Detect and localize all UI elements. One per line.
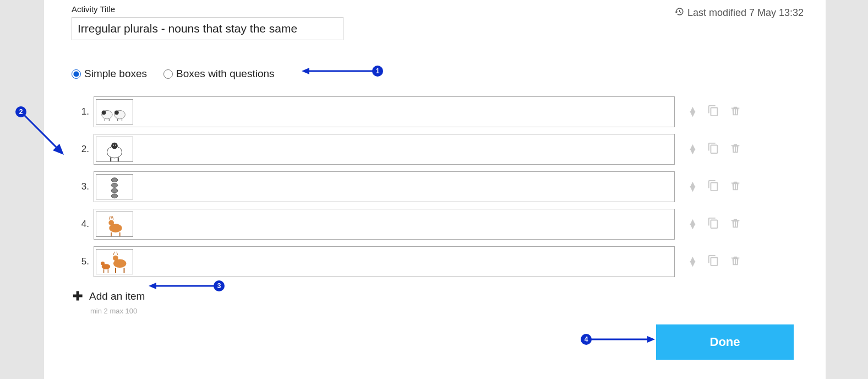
radio-simple-boxes-label: Simple boxes [84, 68, 147, 80]
delete-icon[interactable] [729, 180, 741, 194]
item-number: 5. [72, 256, 89, 267]
add-item-label: Add an item [89, 290, 145, 302]
sort-handle[interactable]: ▲▼ [688, 145, 697, 153]
radio-boxes-with-questions-label: Boxes with questions [176, 68, 275, 80]
item-thumbnail[interactable] [96, 137, 133, 162]
item-number: 1. [72, 106, 89, 117]
plus-icon: ✚ [73, 289, 83, 304]
svg-point-27 [113, 255, 118, 261]
svg-point-19 [108, 220, 114, 225]
last-modified: Last modified 7 May 13:32 [674, 7, 804, 19]
delete-icon[interactable] [729, 255, 741, 269]
radio-boxes-with-questions[interactable]: Boxes with questions [163, 68, 275, 80]
item-row: 2.▲▼ [72, 134, 804, 165]
sort-handle[interactable]: ▲▼ [688, 257, 697, 266]
history-icon [674, 7, 684, 19]
item-row: 5.▲▼ [72, 246, 804, 277]
items-list: 1.▲▼2.▲▼3.▲▼4.▲▼5.▲▼ [72, 96, 804, 277]
item-thumbnail[interactable] [96, 212, 133, 237]
item-number: 3. [72, 181, 89, 192]
item-thumbnail[interactable] [96, 174, 133, 199]
delete-icon[interactable] [729, 217, 741, 231]
radio-boxes-with-questions-input[interactable] [163, 69, 173, 79]
svg-point-16 [111, 188, 118, 193]
item-count-hint: min 2 max 100 [90, 307, 804, 315]
editor-panel: Activity Title Last modified 7 May 13:32… [44, 0, 826, 379]
delete-icon[interactable] [729, 142, 741, 156]
item-content-box[interactable] [94, 171, 675, 202]
delete-icon[interactable] [729, 105, 741, 119]
item-row: 1.▲▼ [72, 96, 804, 127]
svg-point-14 [111, 178, 118, 182]
box-type-radios: Simple boxes Boxes with questions [72, 68, 804, 80]
item-thumbnail[interactable] [96, 249, 133, 274]
radio-simple-boxes-input[interactable] [72, 69, 81, 79]
svg-point-5 [114, 110, 119, 115]
item-row: 3.▲▼ [72, 171, 804, 202]
item-number: 4. [72, 219, 89, 230]
svg-point-23 [101, 262, 105, 266]
done-button[interactable]: Done [656, 324, 794, 360]
duplicate-icon[interactable] [707, 255, 719, 269]
svg-point-1 [102, 110, 106, 115]
item-content-box[interactable] [94, 209, 675, 240]
duplicate-icon[interactable] [707, 105, 719, 119]
activity-title-input[interactable] [72, 17, 343, 40]
item-content-box[interactable] [94, 246, 675, 277]
item-thumbnail[interactable] [96, 99, 133, 124]
sort-handle[interactable]: ▲▼ [688, 182, 697, 191]
item-content-box[interactable] [94, 134, 675, 165]
duplicate-icon[interactable] [707, 180, 719, 194]
radio-simple-boxes[interactable]: Simple boxes [72, 68, 147, 80]
activity-title-label: Activity Title [72, 4, 343, 14]
svg-point-11 [115, 144, 116, 145]
item-content-box[interactable] [94, 96, 675, 127]
item-row: 4.▲▼ [72, 209, 804, 240]
svg-point-17 [111, 194, 118, 198]
callout-2: 2 [15, 106, 26, 117]
header-row: Activity Title Last modified 7 May 13:32 [72, 4, 804, 40]
svg-point-9 [111, 142, 118, 149]
sort-handle[interactable]: ▲▼ [688, 107, 697, 116]
duplicate-icon[interactable] [707, 142, 719, 156]
duplicate-icon[interactable] [707, 217, 719, 231]
add-item-button[interactable]: ✚ Add an item [73, 289, 804, 304]
svg-point-15 [111, 183, 118, 187]
item-number: 2. [72, 144, 89, 155]
sort-handle[interactable]: ▲▼ [688, 220, 697, 228]
svg-point-10 [113, 144, 114, 145]
